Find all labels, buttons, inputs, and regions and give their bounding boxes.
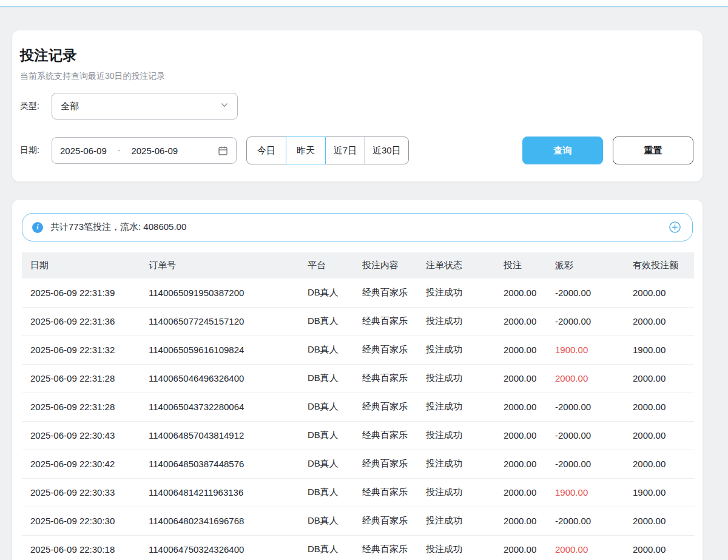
cell-bet: 2000.00 <box>495 450 547 478</box>
cell-platform: DB真人 <box>299 450 354 478</box>
cell-payout: -2000.00 <box>547 450 624 478</box>
cell-order: 1140064857043814912 <box>140 421 299 450</box>
table-row: 2025-06-09 22:30:30 1140064802341696768 … <box>22 507 694 535</box>
cell-bet: 2000.00 <box>495 535 547 560</box>
cell-payout: 2000.00 <box>547 535 624 560</box>
query-button[interactable]: 查询 <box>522 137 603 164</box>
cell-content: 经典百家乐 <box>354 307 417 336</box>
table-header-row: 日期 订单号 平台 投注内容 注单状态 投注 派彩 有效投注额 <box>22 252 694 278</box>
cell-valid: 2000.00 <box>624 450 694 478</box>
summary-text: 共计773笔投注，流水: 408605.00 <box>50 221 186 233</box>
bet-records-table: 日期 订单号 平台 投注内容 注单状态 投注 派彩 有效投注额 2025-06-… <box>22 252 694 560</box>
cell-bet: 2000.00 <box>495 278 547 307</box>
cell-order: 1140064802341696768 <box>140 507 299 535</box>
quick-date-last30[interactable]: 近30日 <box>365 137 409 164</box>
filter-panel: 投注记录 当前系统支持查询最近30日的投注记录 类型: 全部 日期: 2025-… <box>12 30 703 181</box>
cell-platform: DB真人 <box>299 307 354 336</box>
chevron-down-icon <box>220 101 229 112</box>
cell-platform: DB真人 <box>299 336 354 364</box>
cell-content: 经典百家乐 <box>354 393 417 421</box>
date-filter-row: 日期: 2025-06-09 - 2025-06-09 今日 昨天 近7日 近3… <box>20 137 693 164</box>
cell-order: 1140065059616109824 <box>140 336 299 364</box>
cell-valid: 1900.00 <box>624 478 694 507</box>
type-label: 类型: <box>20 101 52 112</box>
cell-valid: 2000.00 <box>624 364 694 393</box>
cell-date: 2025-06-09 22:30:42 <box>22 450 140 478</box>
cell-bet: 2000.00 <box>495 421 547 450</box>
col-header-status: 注单状态 <box>417 252 495 278</box>
cell-date: 2025-06-09 22:30:33 <box>22 478 140 507</box>
quick-date-last7[interactable]: 近7日 <box>325 137 365 164</box>
cell-valid: 2000.00 <box>624 421 694 450</box>
cell-date: 2025-06-09 22:30:30 <box>22 507 140 535</box>
cell-platform: DB真人 <box>299 421 354 450</box>
cell-valid: 2000.00 <box>624 535 694 560</box>
date-range-input[interactable]: 2025-06-09 - 2025-06-09 <box>52 137 237 164</box>
col-header-date: 日期 <box>22 252 140 278</box>
table-row: 2025-06-09 22:31:32 1140065059616109824 … <box>22 336 694 364</box>
col-header-valid: 有效投注额 <box>624 252 694 278</box>
quick-date-yesterday[interactable]: 昨天 <box>286 137 326 164</box>
cell-status: 投注成功 <box>417 535 495 560</box>
cell-payout: 1900.00 <box>547 478 624 507</box>
info-icon: i <box>32 222 43 233</box>
cell-platform: DB真人 <box>299 393 354 421</box>
cell-valid: 2000.00 <box>624 507 694 535</box>
cell-date: 2025-06-09 22:30:43 <box>22 421 140 450</box>
table-row: 2025-06-09 22:30:18 1140064750324326400 … <box>22 535 694 560</box>
summary-bar: i 共计773笔投注，流水: 408605.00 <box>22 213 693 241</box>
cell-bet: 2000.00 <box>495 336 547 364</box>
cell-content: 经典百家乐 <box>354 421 417 450</box>
cell-status: 投注成功 <box>417 278 495 307</box>
cell-date: 2025-06-09 22:31:39 <box>22 278 140 307</box>
cell-bet: 2000.00 <box>495 478 547 507</box>
circle-plus-icon[interactable] <box>669 221 681 234</box>
cell-payout: -2000.00 <box>547 393 624 421</box>
cell-order: 1140064750324326400 <box>140 535 299 560</box>
cell-platform: DB真人 <box>299 278 354 307</box>
date-start-value: 2025-06-09 <box>60 146 107 156</box>
cell-order: 1140065043732280064 <box>140 393 299 421</box>
cell-content: 经典百家乐 <box>354 507 417 535</box>
cell-valid: 2000.00 <box>624 278 694 307</box>
cell-platform: DB真人 <box>299 364 354 393</box>
table-row: 2025-06-09 22:30:43 1140064857043814912 … <box>22 421 694 450</box>
page-subtitle: 当前系统支持查询最近30日的投注记录 <box>20 71 693 82</box>
cell-date: 2025-06-09 22:31:28 <box>22 364 140 393</box>
cell-payout: 2000.00 <box>547 364 624 393</box>
table-row: 2025-06-09 22:31:39 1140065091950387200 … <box>22 278 694 307</box>
col-header-payout: 派彩 <box>547 252 624 278</box>
cell-bet: 2000.00 <box>495 307 547 336</box>
cell-content: 经典百家乐 <box>354 364 417 393</box>
type-select[interactable]: 全部 <box>52 93 238 120</box>
calendar-icon <box>218 146 228 156</box>
cell-content: 经典百家乐 <box>354 450 417 478</box>
cell-payout: 1900.00 <box>547 336 624 364</box>
quick-date-group: 今日 昨天 近7日 近30日 <box>246 137 409 164</box>
cell-status: 投注成功 <box>417 507 495 535</box>
cell-bet: 2000.00 <box>495 507 547 535</box>
cell-status: 投注成功 <box>417 478 495 507</box>
cell-payout: -2000.00 <box>547 507 624 535</box>
quick-date-today[interactable]: 今日 <box>246 137 286 164</box>
col-header-order: 订单号 <box>140 252 299 278</box>
reset-button[interactable]: 重置 <box>613 137 693 164</box>
date-label: 日期: <box>20 145 52 156</box>
cell-date: 2025-06-09 22:31:36 <box>22 307 140 336</box>
cell-date: 2025-06-09 22:30:18 <box>22 535 140 560</box>
cell-status: 投注成功 <box>417 393 495 421</box>
date-separator: - <box>118 146 121 155</box>
cell-platform: DB真人 <box>299 535 354 560</box>
cell-payout: -2000.00 <box>547 421 624 450</box>
type-filter-row: 类型: 全部 <box>20 93 693 120</box>
table-row: 2025-06-09 22:31:28 1140065046496326400 … <box>22 364 694 393</box>
cell-valid: 2000.00 <box>624 393 694 421</box>
cell-order: 1140064850387448576 <box>140 450 299 478</box>
cell-payout: -2000.00 <box>547 278 624 307</box>
cell-date: 2025-06-09 22:31:28 <box>22 393 140 421</box>
cell-bet: 2000.00 <box>495 393 547 421</box>
cell-status: 投注成功 <box>417 450 495 478</box>
cell-status: 投注成功 <box>417 364 495 393</box>
cell-status: 投注成功 <box>417 421 495 450</box>
table-row: 2025-06-09 22:31:36 1140065077245157120 … <box>22 307 694 336</box>
